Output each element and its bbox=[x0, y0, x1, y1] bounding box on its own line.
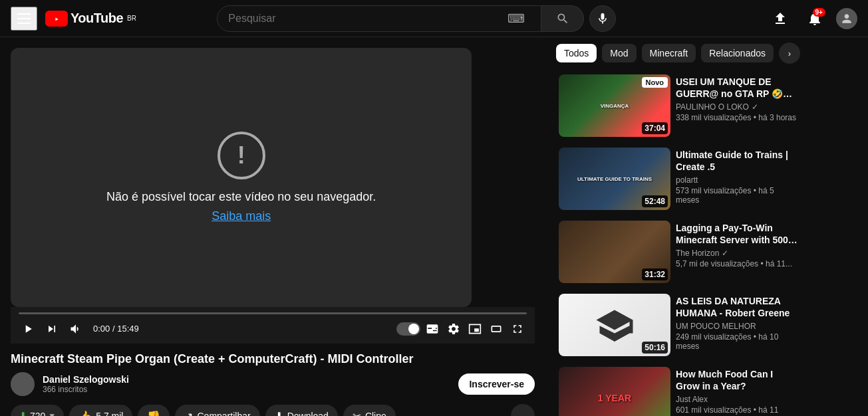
play-icon bbox=[21, 322, 35, 336]
clip-button[interactable]: ✂ Clipe bbox=[343, 405, 396, 416]
more-actions-button[interactable]: ⋯ bbox=[511, 404, 535, 416]
video-controls: 0:00 / 15:49 bbox=[11, 307, 535, 344]
time-display: 0:00 / 15:49 bbox=[93, 324, 139, 334]
quality-arrow-icon: ▼ bbox=[48, 411, 56, 416]
clip-label: Clipe bbox=[365, 411, 386, 416]
next-button[interactable] bbox=[43, 320, 61, 338]
error-exclamation: ! bbox=[237, 142, 245, 169]
toggle-knob bbox=[408, 324, 419, 334]
yt-play-icon bbox=[51, 15, 62, 23]
skip-next-icon bbox=[45, 322, 59, 336]
youtube-logo[interactable]: YouTubeBR bbox=[45, 11, 136, 27]
filter-row: Todos Mod Minecraft Relacionados › bbox=[556, 43, 801, 64]
quality-selector[interactable]: ⬇ 720 ▼ bbox=[11, 405, 64, 416]
views-5: 601 mil visualizações bbox=[676, 405, 751, 415]
subtitles-button[interactable] bbox=[423, 320, 442, 338]
fullscreen-button[interactable] bbox=[508, 320, 527, 338]
mic-icon bbox=[596, 12, 609, 25]
download-icon: ⬇ bbox=[275, 410, 283, 416]
card-title-4: AS LEIS DA NATUREZA HUMANA - Robert Gree… bbox=[676, 295, 798, 319]
download-icon-small: ⬇ bbox=[19, 410, 27, 416]
controls-row: 0:00 / 15:49 bbox=[19, 320, 527, 338]
clip-icon: ✂ bbox=[353, 410, 361, 416]
card-meta-4: 249 mil visualizações • há 10 meses bbox=[676, 332, 798, 351]
notification-badge: 9+ bbox=[813, 8, 825, 17]
action-bar: ⬇ 720 ▼ 👍 5,7 mil 👎 ↗ Compartilhar ⬇ Dow… bbox=[11, 404, 535, 416]
progress-bar[interactable] bbox=[19, 312, 527, 314]
keyboard-icon[interactable]: ⌨ bbox=[507, 11, 525, 26]
download-button[interactable]: ⬇ Download bbox=[265, 405, 338, 416]
filter-relacionados[interactable]: Relacionados bbox=[701, 44, 774, 62]
recommended-video-4[interactable]: 50:16 AS LEIS DA NATUREZA HUMANA - Rober… bbox=[556, 291, 801, 359]
mic-button[interactable] bbox=[589, 5, 616, 32]
thumbnail-5: 1 YEAR bbox=[559, 367, 670, 416]
duration-badge-4: 50:16 bbox=[642, 342, 668, 354]
notifications-button[interactable]: 9+ bbox=[801, 5, 828, 32]
volume-button[interactable] bbox=[67, 320, 85, 338]
yt-region: BR bbox=[127, 15, 136, 22]
dislike-button[interactable]: 👎 bbox=[138, 405, 170, 416]
card-meta-2: 573 mil visualizações • há 5 meses bbox=[676, 186, 798, 205]
thumbs-down-icon: 👎 bbox=[147, 410, 160, 416]
card-info-4: AS LEIS DA NATUREZA HUMANA - Robert Gree… bbox=[676, 294, 798, 356]
learn-more-link[interactable]: Saiba mais bbox=[212, 209, 271, 223]
card-title-2: Ultimate Guide to Trains | Create .5 bbox=[676, 149, 798, 173]
recommended-video-5[interactable]: 1 YEAR How Much Food Can I Grow in a Yea… bbox=[556, 364, 801, 416]
upload-button[interactable] bbox=[767, 5, 794, 32]
channel-avatar[interactable] bbox=[11, 372, 35, 396]
header-right: 9+ bbox=[767, 5, 857, 32]
channel-name-5: Just Alex bbox=[676, 395, 708, 404]
theater-icon bbox=[490, 322, 503, 336]
verified-icon-1: ✓ bbox=[752, 102, 758, 112]
views-2: 573 mil visualizações bbox=[676, 186, 751, 195]
autoplay-toggle[interactable] bbox=[396, 322, 420, 336]
avatar[interactable] bbox=[836, 8, 857, 29]
miniplayer-button[interactable] bbox=[466, 320, 484, 338]
new-badge-1: Novo bbox=[642, 77, 668, 88]
header: YouTubeBR ⌨ 9+ bbox=[0, 0, 868, 37]
share-button[interactable]: ↗ Compartilhar bbox=[175, 405, 259, 416]
card-channel-1: PAULINHO O LOKO ✓ bbox=[676, 102, 798, 112]
card-channel-2: polartt bbox=[676, 175, 798, 185]
card-channel-3: The Horizon ✓ bbox=[676, 249, 798, 258]
channel-name[interactable]: Daniel Szelogowski bbox=[43, 374, 450, 385]
error-icon-circle: ! bbox=[217, 132, 265, 179]
yt-logo-text: YouTube bbox=[71, 11, 123, 26]
error-message: Não é possível tocar este vídeo no seu n… bbox=[106, 190, 376, 204]
upload-icon bbox=[772, 11, 788, 27]
filter-mod[interactable]: Mod bbox=[602, 44, 636, 62]
thumb-label-1: VINGANÇA bbox=[601, 103, 629, 109]
recommended-video-2[interactable]: ULTIMATE GUIDE TO TRAINS 52:48 Ultimate … bbox=[556, 145, 801, 213]
thumbnail-3: 31:32 bbox=[559, 221, 670, 283]
card-channel-4: UM POUCO MELHOR bbox=[676, 322, 798, 331]
thumbnail-1: VINGANÇA 37:04 Novo bbox=[559, 74, 670, 137]
card-info-1: USEI UM TANQUE DE GUERR@ no GTA RP 🤣 (Pa… bbox=[676, 74, 798, 137]
thumb-label-2: ULTIMATE GUIDE TO TRAINS bbox=[577, 176, 652, 182]
recommended-video-3[interactable]: 31:32 Lagging a Pay-To-Win Minecraft Ser… bbox=[556, 218, 801, 286]
play-button[interactable] bbox=[19, 320, 37, 338]
channel-row: Daniel Szelogowski 366 inscritos Inscrev… bbox=[11, 372, 535, 396]
main-layout: ! Não é possível tocar este vídeo no seu… bbox=[0, 37, 868, 416]
filter-todos[interactable]: Todos bbox=[556, 44, 597, 62]
filter-next-button[interactable]: › bbox=[779, 43, 800, 64]
search-input[interactable] bbox=[228, 13, 507, 25]
settings-button[interactable] bbox=[444, 320, 463, 338]
more-icon: ⋯ bbox=[517, 409, 529, 416]
like-button[interactable]: 👍 5,7 mil bbox=[69, 405, 132, 416]
recommended-video-1[interactable]: VINGANÇA 37:04 Novo USEI UM TANQUE DE GU… bbox=[556, 72, 801, 140]
theater-button[interactable] bbox=[487, 320, 506, 338]
card-meta-3: 5,7 mi de visualizações • há 11... bbox=[676, 259, 798, 268]
search-button[interactable] bbox=[541, 5, 584, 32]
thumbnail-2: ULTIMATE GUIDE TO TRAINS 52:48 bbox=[559, 148, 670, 210]
card-meta-5: 601 mil visualizações • há 11 meses bbox=[676, 405, 798, 416]
video-section: ! Não é possível tocar este vídeo no seu… bbox=[0, 37, 545, 416]
card-info-5: How Much Food Can I Grow in a Year? Just… bbox=[676, 367, 798, 416]
settings-icon bbox=[447, 322, 460, 336]
channel-info: Daniel Szelogowski 366 inscritos bbox=[43, 374, 450, 394]
share-icon: ↗ bbox=[184, 410, 193, 416]
menu-button[interactable] bbox=[11, 7, 37, 31]
subscribe-button[interactable]: Inscrever-se bbox=[458, 373, 535, 395]
filter-minecraft[interactable]: Minecraft bbox=[642, 44, 696, 62]
thumb-label-5: 1 YEAR bbox=[598, 393, 631, 403]
search-input-wrap: ⌨ bbox=[217, 5, 541, 32]
